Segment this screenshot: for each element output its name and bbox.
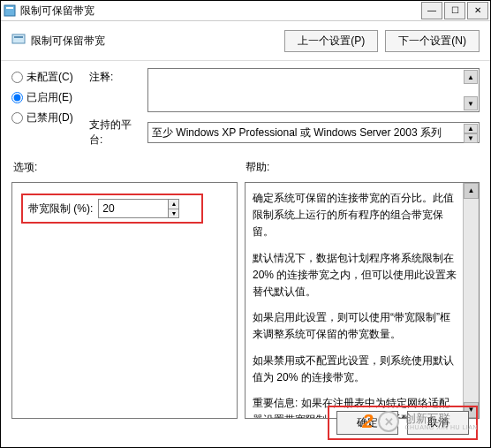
help-scrollbar[interactable]: ▲ ▼	[463, 183, 479, 418]
comment-scrollbar[interactable]: ▲ ▼	[464, 70, 478, 110]
scroll-up-icon[interactable]: ▲	[464, 124, 478, 133]
bandwidth-limit-input[interactable]	[99, 200, 168, 217]
spinner-up-icon[interactable]: ▲	[169, 200, 178, 209]
scroll-up-icon[interactable]: ▲	[464, 183, 479, 199]
help-text-1: 确定系统可保留的连接带宽的百分比。此值限制系统上运行的所有程序的组合带宽保留。	[253, 190, 459, 241]
footer: 确定 取消	[1, 406, 490, 440]
comment-label: 注释:	[89, 68, 142, 85]
titlebar: 限制可保留带宽 — ☐ ✕	[1, 1, 490, 21]
ok-button[interactable]: 确定	[336, 411, 398, 435]
platform-field: 至少 Windows XP Professional 或 Windows Ser…	[147, 122, 480, 143]
scroll-down-icon[interactable]: ▼	[464, 96, 478, 110]
radio-not-configured-input[interactable]	[11, 72, 23, 83]
bandwidth-limit-spinner[interactable]: ▲ ▼	[98, 199, 179, 218]
toolbar-heading: 限制可保留带宽	[11, 33, 105, 49]
radio-disabled[interactable]: 已禁用(D)	[11, 110, 89, 125]
toolbar-heading-text: 限制可保留带宽	[31, 34, 105, 49]
radio-disabled-label: 已禁用(D)	[26, 110, 73, 125]
radio-not-configured[interactable]: 未配置(C)	[11, 70, 89, 85]
options-label: 选项:	[13, 160, 246, 175]
next-setting-button[interactable]: 下一个设置(N)	[385, 30, 480, 52]
platform-label: 支持的平台:	[89, 118, 142, 148]
svg-rect-0	[4, 5, 15, 16]
cancel-button[interactable]: 取消	[407, 411, 469, 435]
prev-setting-button[interactable]: 上一个设置(P)	[284, 30, 378, 52]
spinner-down-icon[interactable]: ▼	[169, 209, 178, 218]
window-title: 限制可保留带宽	[20, 4, 421, 19]
comment-textarea[interactable]: ▲ ▼	[147, 68, 480, 112]
bandwidth-limit-label: 带宽限制 (%):	[28, 201, 93, 216]
svg-rect-3	[14, 36, 23, 38]
minimize-button[interactable]: —	[421, 2, 442, 19]
scroll-down-icon[interactable]: ▼	[464, 133, 478, 143]
scroll-track[interactable]	[464, 199, 479, 402]
toolbar: 限制可保留带宽 上一个设置(P) 下一个设置(N)	[1, 21, 490, 61]
policy-icon	[11, 33, 26, 49]
close-button[interactable]: ✕	[467, 2, 488, 19]
maximize-button[interactable]: ☐	[444, 2, 465, 19]
radio-enabled-input[interactable]	[11, 92, 23, 103]
app-icon	[3, 4, 17, 18]
window: 限制可保留带宽 — ☐ ✕ 限制可保留带宽 上一个设置(P) 下一个设置(N) …	[0, 0, 491, 448]
help-pane: 确定系统可保留的连接带宽的百分比。此值限制系统上运行的所有程序的组合带宽保留。 …	[245, 182, 480, 419]
state-radios: 未配置(C) 已启用(E) 已禁用(D)	[11, 68, 89, 125]
help-label: 帮助:	[246, 160, 478, 175]
radio-disabled-input[interactable]	[11, 112, 23, 124]
window-buttons: — ☐ ✕	[421, 2, 488, 19]
radio-not-configured-label: 未配置(C)	[26, 70, 73, 85]
bandwidth-limit-row: 带宽限制 (%): ▲ ▼	[21, 194, 203, 224]
help-text-3: 如果启用此设置，则可以使用“带宽限制”框来调整系统可保留的带宽数量。	[253, 309, 459, 343]
radio-enabled-label: 已启用(E)	[26, 90, 72, 105]
platform-text: 至少 Windows XP Professional 或 Windows Ser…	[152, 125, 442, 140]
body: 未配置(C) 已启用(E) 已禁用(D) 注释: ▲	[1, 61, 490, 419]
options-pane: 带宽限制 (%): ▲ ▼	[11, 182, 238, 419]
help-text-2: 默认情况下，数据包计划程序将系统限制在 20% 的连接带宽之内，但可以使用此设置…	[253, 250, 459, 301]
svg-rect-1	[6, 7, 13, 9]
scroll-up-icon[interactable]: ▲	[464, 70, 478, 84]
platform-scrollbar[interactable]: ▲ ▼	[464, 124, 478, 141]
radio-enabled[interactable]: 已启用(E)	[11, 90, 89, 105]
svg-rect-2	[12, 34, 25, 43]
help-text-4: 如果禁用或不配置此设置，则系统使用默认值为 20% 的连接带宽。	[253, 353, 459, 386]
